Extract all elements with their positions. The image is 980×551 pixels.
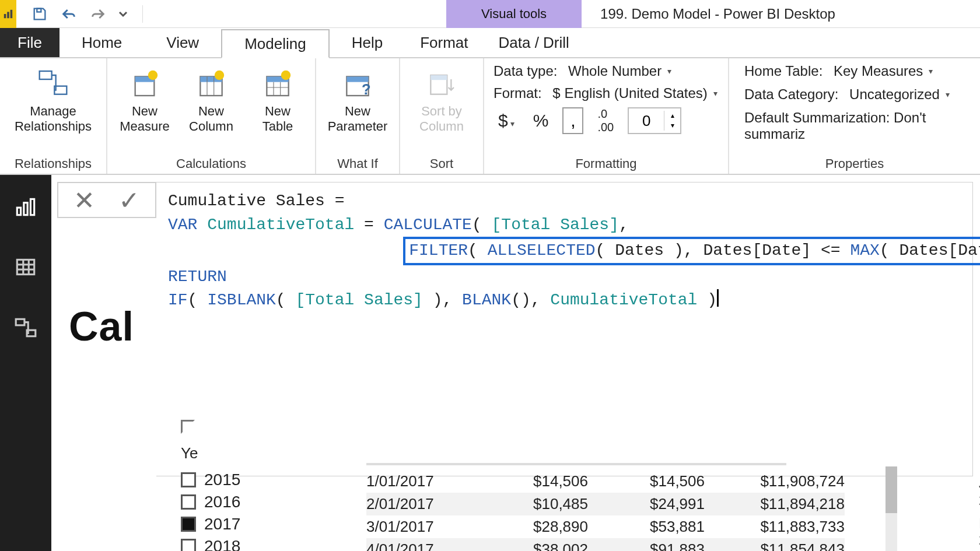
year-slicer[interactable]: Ye 2015201620172018 (181, 420, 240, 551)
cancel-formula-button[interactable]: ✕ (74, 185, 95, 215)
report-canvas: ✕ ✓ Cumulative Sales = VAR CumulativeTot… (51, 175, 980, 551)
tab-format[interactable]: Format (405, 28, 483, 57)
new-parameter-icon: ? (341, 67, 374, 100)
table-row[interactable]: 1/01/2017$14,506$14,506$11,908,724 (366, 470, 845, 493)
new-table-button[interactable]: New Table (250, 63, 306, 135)
chevron-down-icon: ▾ (711, 89, 718, 98)
data-view-button[interactable] (12, 253, 40, 281)
contextual-tab-visual-tools[interactable]: Visual tools (446, 0, 582, 28)
new-column-icon (195, 67, 228, 100)
sort-icon (425, 67, 458, 100)
slicer-item-2015[interactable]: 2015 (181, 471, 240, 489)
tab-help[interactable]: Help (330, 28, 405, 57)
thousands-separator-toggle[interactable]: , (562, 107, 583, 134)
data-type-value: Whole Number (568, 63, 662, 79)
cell-value: $11,908,724 (705, 472, 845, 490)
ribbon-group-calculations: New Measure New Column New Table Calcula… (107, 58, 316, 174)
default-summarization-dropdown[interactable]: Default Summarization: Don't summariz (744, 110, 971, 142)
data-type-label: Data type: (494, 63, 557, 79)
powerbi-icon (3, 9, 13, 19)
chevron-down-icon[interactable]: ▾ (664, 121, 680, 131)
checkbox[interactable] (181, 517, 196, 532)
scrollbar-thumb[interactable] (886, 466, 897, 513)
tab-modeling[interactable]: Modeling (221, 29, 330, 58)
undo-icon (61, 6, 77, 22)
tab-home[interactable]: Home (60, 28, 144, 57)
cell-date: 2/01/2017 (366, 495, 483, 513)
table-scrollbar[interactable] (886, 466, 897, 551)
quick-access-toolbar (16, 0, 160, 27)
cell-value: $53,881 (588, 518, 705, 536)
commit-formula-button[interactable]: ✓ (118, 185, 140, 215)
new-parameter-button[interactable]: ? New Parameter (326, 63, 390, 135)
cell-date: 3/01/2017 (366, 518, 483, 536)
slicer-clear-icon[interactable] (181, 420, 195, 434)
home-table-value: Key Measures (834, 63, 923, 79)
model-view-button[interactable] (12, 314, 40, 342)
data-category-dropdown[interactable]: Data Category: Uncategorized ▾ (744, 86, 971, 103)
svg-rect-2 (10, 10, 13, 18)
document-title: 199. Demo Model - Power BI Desktop (582, 0, 835, 27)
table-icon (13, 255, 38, 279)
data-category-label: Data Category: (744, 86, 838, 103)
save-button[interactable] (30, 5, 49, 23)
table-header-rule (366, 463, 786, 465)
model-icon (13, 315, 38, 340)
sort-by-column-button[interactable]: Sort by Column (410, 63, 474, 135)
sort-by-column-label: Sort by Column (419, 104, 464, 135)
slicer-item-2017[interactable]: 2017 (181, 515, 240, 534)
format-dropdown[interactable]: Format: $ English (United States) ▾ (494, 85, 719, 101)
formula-editor[interactable]: Cumulative Sales = VAR CumulativeTotal =… (156, 182, 973, 476)
table-row[interactable]: 2/01/2017$10,485$24,991$11,894,218 (366, 493, 845, 515)
tab-file[interactable]: File (0, 28, 60, 57)
formula-bar-controls: ✕ ✓ (57, 182, 156, 218)
home-table-dropdown[interactable]: Home Table: Key Measures ▾ (744, 63, 971, 79)
svg-rect-24 (430, 75, 447, 80)
report-view-button[interactable] (12, 192, 40, 220)
new-measure-button[interactable]: New Measure (117, 63, 173, 135)
table-row[interactable]: 4/01/2017$38,002$91,883$11,854,843 (366, 538, 845, 551)
currency-format-button[interactable]: $▾ (494, 111, 519, 131)
slicer-item-label: 2017 (204, 515, 240, 534)
decimal-places-stepper[interactable]: 0 ▴▾ (628, 107, 681, 134)
redo-icon (90, 6, 106, 22)
view-switcher-rail (0, 175, 51, 551)
new-table-icon (261, 67, 294, 100)
checkbox[interactable] (181, 539, 196, 551)
new-column-button[interactable]: New Column (183, 63, 239, 135)
checkbox[interactable] (181, 472, 196, 487)
decimal-places-value: 0 (629, 112, 664, 130)
slicer-item-label: 2018 (204, 537, 240, 551)
group-title-properties: Properties (738, 154, 971, 171)
data-table-visual[interactable]: 1/01/2017$14,506$14,506$11,908,7242/01/2… (366, 463, 845, 551)
chevron-up-icon[interactable]: ▴ (664, 111, 680, 121)
ribbon-group-relationships: Manage Relationships Relationships (0, 58, 107, 174)
cell-value: $11,894,218 (705, 495, 845, 513)
page-title: Cal (69, 303, 134, 350)
cell-value: $11,854,843 (705, 541, 845, 551)
titlebar: Visual tools 199. Demo Model - Power BI … (0, 0, 980, 28)
undo-button[interactable] (60, 5, 78, 23)
tab-data-drill[interactable]: Data / Drill (484, 28, 584, 57)
app-logo (0, 0, 16, 28)
checkbox[interactable] (181, 494, 196, 510)
new-parameter-label: New Parameter (328, 104, 388, 135)
cell-value: $38,002 (483, 541, 588, 551)
manage-relationships-button[interactable]: Manage Relationships (9, 63, 97, 135)
data-type-dropdown[interactable]: Data type: Whole Number ▾ (494, 63, 719, 79)
data-category-value: Uncategorized (849, 86, 940, 103)
svg-rect-4 (40, 71, 52, 79)
svg-rect-28 (17, 259, 34, 274)
svg-point-19 (281, 71, 290, 80)
redo-button[interactable] (89, 5, 107, 23)
qat-customize[interactable] (118, 5, 128, 23)
table-row[interactable]: 3/01/2017$28,890$53,881$11,883,733 (366, 515, 845, 538)
chevron-down-icon: ▾ (943, 90, 950, 99)
tab-view[interactable]: View (144, 28, 221, 57)
group-title-whatif: What If (326, 154, 390, 171)
slicer-item-2018[interactable]: 2018 (181, 537, 240, 551)
percent-format-button[interactable]: % (528, 111, 554, 131)
chevron-down-icon: ▾ (926, 66, 933, 76)
slicer-item-2016[interactable]: 2016 (181, 493, 240, 511)
new-table-label: New Table (262, 104, 293, 135)
